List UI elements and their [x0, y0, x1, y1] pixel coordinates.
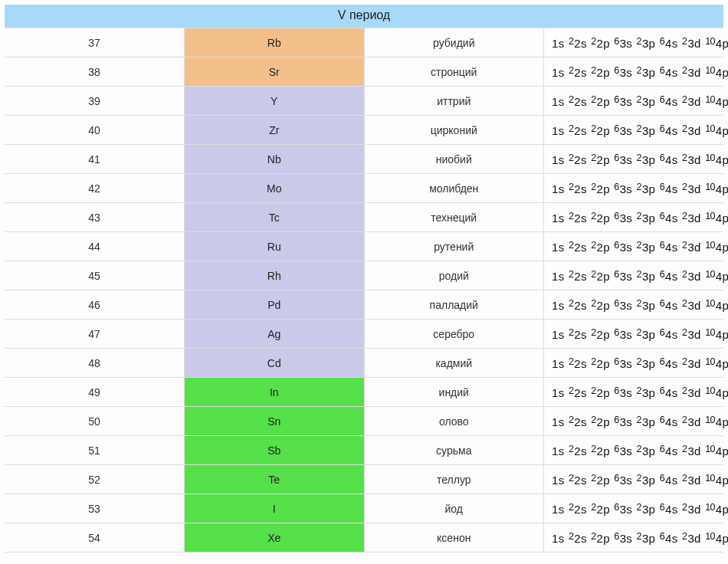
element-symbol: Pd	[185, 290, 365, 320]
element-symbol: Mo	[185, 174, 365, 203]
element-row: 40Zrцирконий1s 22s 22p 63s 23p 64s 23d 1…	[5, 116, 723, 145]
element-row: 41Nbниобий1s 22s 22p 63s 23p 64s 23d 104…	[5, 145, 723, 174]
electron-configuration: 1s 22s 22p 63s 23p 64s 23d 104p 65s 24d …	[544, 523, 724, 553]
element-symbol: Ag	[185, 320, 365, 349]
element-name: ксенон	[364, 523, 544, 553]
atomic-number: 50	[5, 407, 185, 436]
electron-configuration: 1s 22s 22p 63s 23p 64s 23d 104p 65s 24d …	[544, 116, 724, 145]
element-row: 43Tcтехнеций1s 22s 22p 63s 23p 64s 23d 1…	[5, 203, 723, 232]
element-row: 52Teтеллур1s 22s 22p 63s 23p 64s 23d 104…	[5, 465, 723, 494]
element-symbol: Xe	[185, 523, 365, 553]
element-symbol: In	[185, 378, 365, 407]
electron-configuration: 1s 22s 22p 63s 23p 64s 23d 104p 65s 14d …	[544, 145, 724, 174]
element-name: иттрий	[364, 87, 544, 116]
element-name: молибден	[364, 174, 544, 203]
element-name: индий	[364, 378, 544, 407]
element-symbol: Sn	[185, 407, 365, 436]
element-row: 42Moмолибден1s 22s 22p 63s 23p 64s 23d 1…	[5, 174, 723, 203]
element-name: цирконий	[364, 116, 544, 145]
electron-configuration: 1s 22s 22p 63s 23p 64s 23d 104p 65s 24d …	[544, 465, 724, 494]
atomic-number: 42	[5, 174, 185, 203]
atomic-number: 43	[5, 203, 185, 232]
electron-configuration: 1s 22s 22p 63s 23p 64s 23d 104p 65s 24d …	[544, 87, 724, 116]
element-row: 47Agсеребро1s 22s 22p 63s 23p 64s 23d 10…	[5, 320, 723, 349]
element-symbol: Zr	[185, 116, 365, 145]
element-name: ниобий	[364, 145, 544, 174]
element-symbol: Tc	[185, 203, 365, 232]
element-symbol: I	[185, 494, 365, 523]
electron-configuration: 1s 22s 22p 63s 23p 64s 23d 104p 65s 1	[544, 28, 724, 57]
atomic-number: 53	[5, 494, 185, 523]
element-row: 39Yиттрий1s 22s 22p 63s 23p 64s 23d 104p…	[5, 87, 723, 116]
element-symbol: Y	[185, 87, 365, 116]
electron-configuration: 1s 22s 22p 63s 23p 64s 23d 104p 65s 14d …	[544, 261, 724, 290]
element-symbol: Te	[185, 465, 365, 494]
element-row: 50Snолово1s 22s 22p 63s 23p 64s 23d 104p…	[5, 407, 723, 436]
element-name: стронций	[364, 57, 544, 87]
element-symbol: Cd	[185, 349, 365, 378]
element-row: 51Sbсурьма1s 22s 22p 63s 23p 64s 23d 104…	[5, 436, 723, 465]
element-symbol: Sr	[185, 57, 365, 87]
element-row: 38Srстронций1s 22s 22p 63s 23p 64s 23d 1…	[5, 57, 723, 87]
atomic-number: 38	[5, 57, 185, 87]
element-row: 44Ruрутений1s 22s 22p 63s 23p 64s 23d 10…	[5, 232, 723, 261]
atomic-number: 54	[5, 523, 185, 553]
element-name: теллур	[364, 465, 544, 494]
electron-configuration: 1s 22s 22p 63s 23p 64s 23d 104p 65s 24d …	[544, 203, 724, 232]
atomic-number: 49	[5, 378, 185, 407]
electron-configuration: 1s 22s 22p 63s 23p 64s 23d 104p 65s 14d …	[544, 320, 724, 349]
element-symbol: Sb	[185, 436, 365, 465]
elements-body: 37Rbрубидий1s 22s 22p 63s 23p 64s 23d 10…	[5, 28, 723, 553]
atomic-number: 45	[5, 261, 185, 290]
element-row: 45Rhродий1s 22s 22p 63s 23p 64s 23d 104p…	[5, 261, 723, 290]
electron-configuration: 1s 22s 22p 63s 23p 64s 23d 104p 65s 24d …	[544, 378, 724, 407]
element-symbol: Nb	[185, 145, 365, 174]
element-symbol: Ru	[185, 232, 365, 261]
element-symbol: Rh	[185, 261, 365, 290]
atomic-number: 39	[5, 87, 185, 116]
element-name: палладий	[364, 290, 544, 320]
atomic-number: 51	[5, 436, 185, 465]
atomic-number: 37	[5, 28, 185, 57]
electron-configuration: 1s 22s 22p 63s 23p 64s 23d 104p 65s 24d …	[544, 407, 724, 436]
element-row: 46Pdпалладий1s 22s 22p 63s 23p 64s 23d 1…	[5, 290, 723, 320]
element-name: родий	[364, 261, 544, 290]
element-name: серебро	[364, 320, 544, 349]
electron-configuration: 1s 22s 22p 63s 23p 64s 23d 104p 65s 2	[544, 57, 724, 87]
element-name: технеций	[364, 203, 544, 232]
element-row: 49Inиндий1s 22s 22p 63s 23p 64s 23d 104p…	[5, 378, 723, 407]
electron-configuration: 1s 22s 22p 63s 23p 64s 23d 104p 65s 04d …	[544, 290, 724, 320]
element-name: рубидий	[364, 28, 544, 57]
atomic-number: 40	[5, 116, 185, 145]
atomic-number: 48	[5, 349, 185, 378]
atomic-number: 44	[5, 232, 185, 261]
element-name: олово	[364, 407, 544, 436]
atomic-number: 47	[5, 320, 185, 349]
element-row: 53Iйод1s 22s 22p 63s 23p 64s 23d 104p 65…	[5, 494, 723, 523]
element-row: 37Rbрубидий1s 22s 22p 63s 23p 64s 23d 10…	[5, 28, 723, 57]
element-row: 48Cdкадмий1s 22s 22p 63s 23p 64s 23d 104…	[5, 349, 723, 378]
element-name: сурьма	[364, 436, 544, 465]
electron-configuration: 1s 22s 22p 63s 23p 64s 23d 104p 65s 14d …	[544, 232, 724, 261]
element-name: рутений	[364, 232, 544, 261]
element-symbol: Rb	[185, 28, 365, 57]
electron-configuration: 1s 22s 22p 63s 23p 64s 23d 104p 65s 224d…	[544, 436, 724, 465]
element-row: 54Xeксенон1s 22s 22p 63s 23p 64s 23d 104…	[5, 523, 723, 553]
element-name: йод	[364, 494, 544, 523]
electron-configuration: 1s 22s 22p 63s 23p 64s 23d 104p 65s 14d …	[544, 174, 724, 203]
periodic-table-period-5: V период 37Rbрубидий1s 22s 22p 63s 23p 6…	[5, 5, 723, 553]
element-name: кадмий	[364, 349, 544, 378]
atomic-number: 46	[5, 290, 185, 320]
atomic-number: 52	[5, 465, 185, 494]
electron-configuration: 1s 22s 22p 63s 23p 64s 23d 104p 65s 24d …	[544, 349, 724, 378]
period-header: V период	[5, 5, 723, 28]
atomic-number: 41	[5, 145, 185, 174]
electron-configuration: 1s 22s 22p 63s 23p 64s 23d 104p 65s 24d …	[544, 494, 724, 523]
